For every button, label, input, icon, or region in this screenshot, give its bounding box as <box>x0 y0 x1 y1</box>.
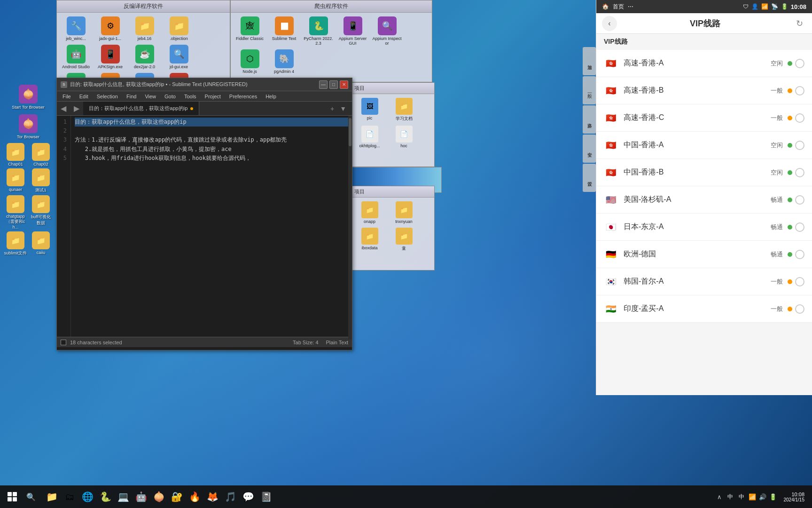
vpn-options-icon[interactable]: ⋯ <box>628 3 633 10</box>
search-button[interactable]: 🔍 <box>23 488 39 505</box>
folder-caiiu[interactable]: 📁 caiiu <box>29 231 53 256</box>
vpn-item-in-mumbai[interactable]: 🇮🇳 印度-孟买-A 一般 <box>596 295 812 323</box>
vpn-item-hk-c[interactable]: 🇭🇰 高速-香港-C 一般 <box>596 104 812 132</box>
folder-chap02[interactable]: 📁 Chap02 <box>29 143 53 167</box>
taskbar-clock[interactable]: 10:08 2024/1/15 <box>780 492 809 502</box>
taskbar-file-explorer[interactable]: 📁 <box>43 488 60 505</box>
menu-tools[interactable]: Tools <box>180 93 200 100</box>
tab-navigate-prev[interactable]: ◀ <box>57 104 70 113</box>
tray-battery-icon[interactable]: 🔋 <box>769 492 777 501</box>
tab-navigate-next[interactable]: ▶ <box>70 104 83 113</box>
taskbar-android[interactable]: 🤖 <box>133 488 149 505</box>
tray-up-icon[interactable]: ∧ <box>715 492 724 501</box>
vpn-btn-speed[interactable]: 加速 <box>583 47 596 75</box>
rev-icon-jdgui[interactable]: 🔍 jd-gui.exe <box>164 45 194 69</box>
scrollbar-thumb[interactable] <box>349 118 351 146</box>
taskbar-tor[interactable]: 🧅 <box>150 488 167 505</box>
file-icon-hoc[interactable]: 📄 hoc <box>389 126 419 148</box>
tray-network-icon[interactable]: 📶 <box>748 492 757 501</box>
vpn-radio-eu-de[interactable] <box>795 250 804 259</box>
rev-icon-android-studio[interactable]: 🤖 Android Studio <box>61 45 91 69</box>
taskbar-chrome[interactable]: 🌐 <box>79 488 96 505</box>
folder-chatgt[interactable]: 📁 chatgtapp（需要和ch... <box>4 195 27 230</box>
start-button[interactable] <box>4 488 21 505</box>
tab-menu-button[interactable]: ▼ <box>338 105 348 112</box>
maximize-button[interactable]: □ <box>329 80 338 89</box>
vpn-radio-cn-hk-a[interactable] <box>795 141 804 150</box>
vpn-radio-in-mumbai[interactable] <box>795 304 804 314</box>
status-checkbox[interactable] <box>61 340 66 345</box>
vpn-item-eu-de[interactable]: 🇩🇪 欧洲-德国 畅通 <box>596 241 812 268</box>
crawler-icon-pycharm[interactable]: 🐍 PyCharm 2022.2.3 <box>303 16 334 46</box>
taskbar-notion[interactable]: 📓 <box>258 488 274 505</box>
rev-icon-jeb[interactable]: 🔧 jeb_winc... <box>61 16 91 41</box>
tor-browser-icon[interactable]: 🧅 Tor Browser <box>0 112 56 142</box>
vpn-radio-hk-c[interactable] <box>795 113 804 123</box>
vpn-item-hk-a[interactable]: 🇭🇰 高速-香港-A 空闲 <box>596 50 812 77</box>
crawler-icon-pgadmin[interactable]: 🐘 pgAdmin 4 <box>269 49 299 74</box>
menu-help[interactable]: Help <box>262 93 280 100</box>
minimize-button[interactable]: — <box>319 80 328 89</box>
rev-icon-apksign[interactable]: 📱 APKSign.exe <box>95 45 125 69</box>
taskbar-discord[interactable]: 💬 <box>240 488 257 505</box>
taskbar-task-view[interactable]: 🗂 <box>61 488 78 505</box>
file-icon-pic[interactable]: 🖼 pic <box>354 98 385 122</box>
vpn-item-cn-hk-a[interactable]: 🇭🇰 中国-香港-A 空闲 <box>596 132 812 159</box>
vpn-item-us-la[interactable]: 🇺🇸 美国-洛杉矶-A 畅通 <box>596 186 812 214</box>
crawler-icon-sublime[interactable]: ◼ Sublime Text <box>269 16 299 46</box>
file-icon-onapp[interactable]: 📁 onapp <box>354 201 385 224</box>
menu-find[interactable]: Find <box>123 93 140 100</box>
vpn-refresh-button[interactable]: ↻ <box>793 17 806 30</box>
vpn-back-button[interactable]: ‹ <box>602 16 617 31</box>
vpn-btn-secure[interactable]: 安全 <box>583 135 596 163</box>
tray-ime[interactable]: 中 <box>737 493 746 501</box>
tray-sound-icon[interactable]: 🔊 <box>758 492 767 501</box>
crawler-icon-nodejs[interactable]: ⬡ Node.js <box>234 49 265 74</box>
file-icon-learn[interactable]: 📁 学习文档 <box>389 98 419 122</box>
vpn-btn-settings[interactable]: 设置 <box>583 164 596 192</box>
taskbar-vpn[interactable]: 🔐 <box>168 488 185 505</box>
taskbar-music[interactable]: 🎵 <box>222 488 239 505</box>
file-icon-tong[interactable]: 📁 童 <box>389 228 419 252</box>
menu-goto[interactable]: Goto <box>161 93 180 100</box>
vpn-radio-jp-tokyo[interactable] <box>795 222 804 232</box>
folder-chap01[interactable]: 📁 Chap01 <box>4 143 27 167</box>
rev-icon-dex2jar[interactable]: ☕ dex2jar-2.0 <box>129 45 160 69</box>
vpn-radio-hk-b[interactable] <box>795 86 804 95</box>
vpn-item-hk-b[interactable]: 🇭🇰 高速-香港-B 一般 <box>596 77 812 104</box>
menu-selection[interactable]: Selection <box>93 93 122 100</box>
menu-file[interactable]: File <box>59 93 75 100</box>
vpn-radio-cn-hk-b[interactable] <box>795 168 804 177</box>
vpn-radio-hk-a[interactable] <box>795 59 804 68</box>
menu-project[interactable]: Project <box>201 93 225 100</box>
vpn-btn-normal[interactable]: 一般 <box>583 76 596 104</box>
menu-preferences[interactable]: Preferences <box>226 93 261 100</box>
close-button[interactable]: ✕ <box>340 80 348 89</box>
folder-test1[interactable]: 📁 测试1 <box>29 168 53 193</box>
taskbar-terminal[interactable]: 💻 <box>115 488 132 505</box>
rev-icon-objection[interactable]: 📁 .objection <box>164 16 194 41</box>
crawler-icon-appium-server[interactable]: 📱 Appium Server GUI <box>337 16 368 46</box>
crawler-icon-fiddler[interactable]: 🕸 Fiddler Classic <box>234 16 265 46</box>
sublime-tab-active[interactable]: 目的：获取app什么信息，获取这些app的ip <box>83 102 199 115</box>
vertical-scrollbar[interactable] <box>348 116 352 340</box>
vpn-item-cn-hk-b[interactable]: 🇭🇰 中国-香港-B 空闲 <box>596 159 812 186</box>
taskbar-pycharm[interactable]: 🐍 <box>97 488 114 505</box>
vpn-radio-kr-seoul[interactable] <box>795 277 804 286</box>
rev-icon-jeb4[interactable]: 📁 jeb4.16 <box>129 16 160 41</box>
folder-qunaer[interactable]: 📁 qunaer <box>4 168 27 193</box>
menu-edit[interactable]: Edit <box>76 93 92 100</box>
vpn-radio-us-la[interactable] <box>795 195 804 205</box>
vpn-server-list[interactable]: 🇭🇰 高速-香港-A 空闲 🇭🇰 高速-香港-B 一般 🇭🇰 高速-香港-C 一… <box>596 50 812 395</box>
taskbar-firefox[interactable]: 🦊 <box>204 488 221 505</box>
vpn-item-kr-seoul[interactable]: 🇰🇷 韩国-首尔-A 一般 <box>596 268 812 295</box>
vpn-item-jp-tokyo[interactable]: 🇯🇵 日本-东京-A 畅通 <box>596 214 812 241</box>
taskbar-burp[interactable]: 🔥 <box>186 488 203 505</box>
rev-icon-jadx[interactable]: ⚙ jadx-gui-1... <box>95 16 125 41</box>
sublime-editor[interactable]: 目的：获取app什么信息，获取这些app的ip 方法：1.进行反编译，直接修改a… <box>71 116 352 337</box>
start-tor-icon[interactable]: 🧅 Start Tor Browser <box>0 82 56 112</box>
file-icon-iboxdata[interactable]: 📁 iboxdata <box>354 228 385 252</box>
menu-view[interactable]: View <box>141 93 160 100</box>
folder-sublimit[interactable]: 📁 sublimit文件 <box>4 231 27 256</box>
tray-lang-zh[interactable]: 中 <box>726 493 735 501</box>
